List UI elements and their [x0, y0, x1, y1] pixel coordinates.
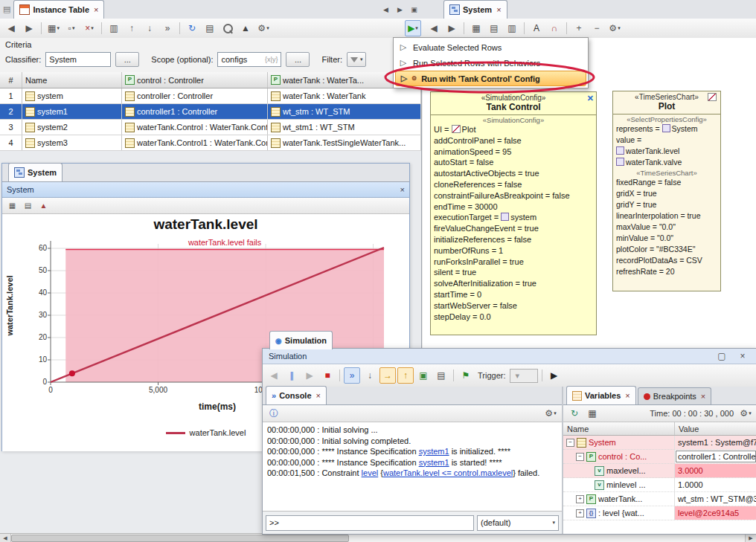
scrollbar-thumb[interactable]: [11, 535, 349, 542]
close-tab-icon[interactable]: ×: [625, 391, 630, 400]
export-chart-icon[interactable]: ▤: [21, 199, 35, 213]
console-settings-icon[interactable]: ⚙▾: [542, 405, 559, 422]
column-header-name[interactable]: Name: [22, 72, 122, 88]
refresh-variables-icon[interactable]: ↻: [566, 405, 583, 422]
scroll-left-icon[interactable]: ◀: [0, 534, 11, 542]
menu-item-run-with-tank-control-config[interactable]: ▷⚙Run with 'Tank Control' Config: [395, 71, 586, 86]
tab-system-chart[interactable]: System: [8, 163, 63, 181]
run-to-end-icon[interactable]: ▶: [546, 367, 563, 384]
font-color-icon[interactable]: A: [528, 20, 545, 36]
table-row[interactable]: 4system3waterTank.Control1 : WaterTank.C…: [0, 135, 421, 151]
tab-simulation[interactable]: ◉ Simulation: [269, 331, 333, 349]
maximize-icon[interactable]: ▣: [408, 3, 420, 16]
pause-icon[interactable]: ∥: [284, 367, 300, 384]
scroll-tabs-right-icon[interactable]: ▶: [394, 3, 406, 16]
more-icon[interactable]: »: [159, 20, 176, 36]
diagram-settings-icon[interactable]: ⚙▾: [606, 20, 623, 36]
export-icon[interactable]: ▤: [202, 20, 218, 36]
variable-value-cell[interactable]: controller1 : Controller...: [675, 450, 756, 463]
animation-icon[interactable]: ▣: [415, 367, 432, 384]
console-input[interactable]: >>: [266, 515, 474, 531]
menu-item-run-selected-rows-with-behaviors[interactable]: ▷Run Selected Rows with Behaviors: [395, 55, 586, 71]
expand-icon[interactable]: +: [576, 495, 584, 503]
refresh-icon[interactable]: ↻: [184, 20, 200, 36]
close-chart-icon[interactable]: ×: [400, 185, 405, 194]
menu-item-evaluate-selected-rows[interactable]: ▷Evaluate Selected Rows: [395, 39, 586, 55]
delete-row-icon[interactable]: ×▾: [81, 20, 97, 36]
config-tools-icon[interactable]: ✕: [587, 94, 594, 103]
settings-icon[interactable]: ⚙▾: [255, 20, 272, 36]
close-tab-icon[interactable]: ×: [94, 5, 98, 14]
collapse-icon[interactable]: −: [566, 439, 574, 447]
scope-browse-button[interactable]: ...: [286, 52, 310, 67]
close-tab-icon[interactable]: ×: [496, 5, 501, 14]
table-row[interactable]: 2system1controller1 : Controllerwt_stm :…: [0, 104, 421, 120]
export-log-icon[interactable]: ▤: [433, 367, 449, 384]
stop-icon[interactable]: ■: [319, 367, 336, 384]
close-tab-icon[interactable]: ×: [316, 391, 321, 400]
console-context-combo[interactable]: (default) ▾: [477, 515, 559, 531]
variable-value-cell[interactable]: wt_stm : WT_STM@37...: [675, 492, 756, 506]
float-panel-icon[interactable]: ▢: [714, 348, 730, 364]
column-header-name[interactable]: Name: [563, 422, 675, 435]
console-link[interactable]: system1: [419, 458, 449, 467]
paste-icon[interactable]: ▥: [504, 20, 520, 36]
chart-options-icon[interactable]: ▲: [36, 199, 51, 213]
columns-icon[interactable]: ▥: [106, 20, 122, 36]
back-icon[interactable]: ◀: [3, 20, 19, 36]
console-link[interactable]: level: [362, 468, 379, 477]
console-toggle-icon[interactable]: »: [344, 367, 360, 384]
sort-icon[interactable]: ▲: [237, 20, 254, 36]
scope-field[interactable]: configs {x|y}: [217, 52, 281, 67]
containment-icon[interactable]: ▦: [468, 20, 484, 36]
simulation-config-element[interactable]: «SimulationConfig» Tank Control ✕ «Simul…: [430, 91, 597, 335]
close-panel-icon[interactable]: ×: [734, 348, 751, 364]
forward-icon[interactable]: ▶: [443, 20, 460, 36]
time-series-chart-element[interactable]: «TimeSeriesChart» Plot «SelectProperties…: [612, 91, 721, 291]
columns-icon[interactable]: ▦: [584, 405, 600, 422]
step-over-icon[interactable]: →: [379, 367, 396, 384]
classifier-browse-button[interactable]: ...: [115, 52, 139, 67]
console-log[interactable]: 00:00:00,000 : Initial solving ...00:00:…: [263, 422, 562, 512]
move-up-icon[interactable]: ↑: [124, 20, 140, 36]
zoom-in-icon[interactable]: +: [571, 20, 587, 36]
run-button[interactable]: ▶ ▾: [405, 20, 421, 36]
close-tab-icon[interactable]: ×: [701, 392, 705, 401]
variable-row[interactable]: vmaxlevel...3.0000: [563, 464, 756, 478]
variable-value-cell[interactable]: 3.0000: [675, 464, 756, 477]
console-link[interactable]: waterTank.level <= control.maxlevel: [383, 468, 513, 477]
scroll-right-icon[interactable]: ▶: [745, 534, 756, 542]
table-row[interactable]: 3system2waterTank.Control : WaterTank.Co…: [0, 120, 421, 135]
copy-icon[interactable]: ▤: [486, 20, 502, 36]
variable-row[interactable]: −Systemsystem1 : System@f7e...: [563, 436, 756, 450]
add-row-icon[interactable]: ▫▾: [63, 20, 80, 36]
table-row[interactable]: 1systemcontroller : ControllerwaterTank …: [0, 88, 421, 104]
variable-value-cell[interactable]: level@2ce914a5: [675, 506, 756, 520]
tab-variables[interactable]: Variables ×: [566, 386, 636, 404]
variable-row[interactable]: +PwaterTank...wt_stm : WT_STM@37...: [563, 492, 756, 506]
variable-value-cell[interactable]: system1 : System@f7e...: [675, 436, 756, 449]
console-link[interactable]: system1: [419, 447, 449, 456]
grid-icon[interactable]: ▦: [5, 199, 19, 213]
tab-breakpoints[interactable]: Breakpoints ×: [638, 387, 712, 404]
move-down-icon[interactable]: ↓: [141, 20, 158, 36]
info-icon[interactable]: ⓘ: [266, 405, 282, 422]
column-header-control[interactable]: Pcontrol : Controller: [122, 72, 268, 88]
step-into-icon[interactable]: ↓: [362, 367, 378, 384]
filter-button[interactable]: ▾: [347, 52, 367, 67]
magnet-icon[interactable]: ∩: [546, 20, 563, 36]
tab-system-diagram[interactable]: System ×: [443, 0, 507, 19]
variable-value-cell[interactable]: 1.0000: [675, 478, 756, 491]
search-icon[interactable]: [220, 20, 236, 36]
variable-row[interactable]: −Pcontrol : Co...controller1 : Controlle…: [563, 450, 756, 464]
variable-row[interactable]: vminlevel ...1.0000: [563, 478, 756, 492]
forward-icon[interactable]: ▶: [21, 20, 37, 36]
step-out-icon[interactable]: ↑: [397, 367, 414, 384]
trigger-icon[interactable]: ⚑: [458, 367, 474, 384]
tab-console[interactable]: » Console ×: [266, 386, 327, 404]
column-header-num[interactable]: #: [0, 72, 22, 88]
window-menu-icon[interactable]: ▤: [3, 4, 10, 14]
back-icon[interactable]: ◀: [426, 20, 442, 36]
expand-icon[interactable]: +: [576, 509, 584, 517]
step-back-icon[interactable]: ◀: [266, 367, 282, 384]
